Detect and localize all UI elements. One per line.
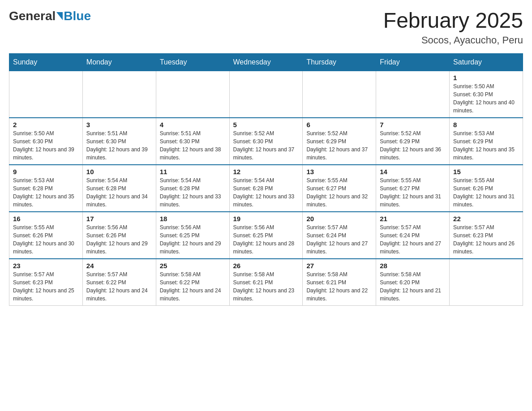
day-info: Sunrise: 5:56 AM Sunset: 6:25 PM Dayligh… [233, 223, 299, 256]
day-number: 11 [160, 168, 226, 176]
location-subtitle: Socos, Ayacucho, Peru [383, 34, 523, 46]
day-number: 13 [306, 168, 372, 176]
table-row: 3Sunrise: 5:51 AM Sunset: 6:30 PM Daylig… [82, 118, 156, 165]
header-tuesday: Tuesday [156, 53, 229, 71]
day-number: 22 [453, 215, 519, 223]
table-row: 9Sunrise: 5:53 AM Sunset: 6:28 PM Daylig… [9, 165, 83, 212]
day-number: 10 [86, 168, 152, 176]
day-number: 4 [160, 121, 226, 128]
table-row: 14Sunrise: 5:55 AM Sunset: 6:27 PM Dayli… [376, 165, 450, 212]
day-info: Sunrise: 5:57 AM Sunset: 6:22 PM Dayligh… [86, 270, 152, 303]
table-row: 4Sunrise: 5:51 AM Sunset: 6:30 PM Daylig… [156, 118, 229, 165]
day-number: 18 [160, 215, 226, 223]
table-row: 16Sunrise: 5:55 AM Sunset: 6:26 PM Dayli… [9, 212, 83, 259]
logo-general-text: General [9, 9, 56, 23]
title-block: February 2025 Socos, Ayacucho, Peru [383, 9, 523, 46]
day-number: 27 [306, 262, 372, 270]
table-row: 1Sunrise: 5:50 AM Sunset: 6:30 PM Daylig… [450, 71, 523, 118]
day-number: 12 [233, 168, 299, 176]
day-info: Sunrise: 5:52 AM Sunset: 6:29 PM Dayligh… [306, 129, 372, 162]
table-row: 27Sunrise: 5:58 AM Sunset: 6:21 PM Dayli… [303, 259, 376, 306]
calendar-week-1: 1Sunrise: 5:50 AM Sunset: 6:30 PM Daylig… [9, 71, 523, 118]
day-info: Sunrise: 5:57 AM Sunset: 6:24 PM Dayligh… [380, 223, 446, 256]
header-friday: Friday [376, 53, 450, 71]
day-info: Sunrise: 5:55 AM Sunset: 6:27 PM Dayligh… [306, 176, 372, 209]
table-row: 19Sunrise: 5:56 AM Sunset: 6:25 PM Dayli… [229, 212, 303, 259]
day-number: 17 [86, 215, 152, 223]
table-row [229, 71, 303, 118]
table-row: 12Sunrise: 5:54 AM Sunset: 6:28 PM Dayli… [229, 165, 303, 212]
table-row: 11Sunrise: 5:54 AM Sunset: 6:28 PM Dayli… [156, 165, 229, 212]
table-row: 7Sunrise: 5:52 AM Sunset: 6:29 PM Daylig… [376, 118, 450, 165]
table-row [376, 71, 450, 118]
table-row [9, 71, 83, 118]
table-row: 17Sunrise: 5:56 AM Sunset: 6:26 PM Dayli… [82, 212, 156, 259]
header-wednesday: Wednesday [229, 53, 303, 71]
table-row: 13Sunrise: 5:55 AM Sunset: 6:27 PM Dayli… [303, 165, 376, 212]
day-info: Sunrise: 5:57 AM Sunset: 6:23 PM Dayligh… [13, 270, 79, 303]
calendar-week-4: 16Sunrise: 5:55 AM Sunset: 6:26 PM Dayli… [9, 212, 523, 259]
day-info: Sunrise: 5:53 AM Sunset: 6:28 PM Dayligh… [13, 176, 79, 209]
day-number: 21 [380, 215, 446, 223]
day-info: Sunrise: 5:53 AM Sunset: 6:29 PM Dayligh… [453, 129, 519, 162]
table-row: 15Sunrise: 5:55 AM Sunset: 6:26 PM Dayli… [450, 165, 523, 212]
calendar-week-2: 2Sunrise: 5:50 AM Sunset: 6:30 PM Daylig… [9, 118, 523, 165]
day-info: Sunrise: 5:58 AM Sunset: 6:22 PM Dayligh… [160, 270, 226, 303]
table-row [450, 259, 523, 306]
month-title: February 2025 [383, 9, 523, 33]
logo-triangle-icon [56, 12, 63, 20]
day-number: 20 [306, 215, 372, 223]
table-row: 8Sunrise: 5:53 AM Sunset: 6:29 PM Daylig… [450, 118, 523, 165]
day-info: Sunrise: 5:52 AM Sunset: 6:29 PM Dayligh… [380, 129, 446, 162]
table-row: 18Sunrise: 5:56 AM Sunset: 6:25 PM Dayli… [156, 212, 229, 259]
day-number: 3 [86, 121, 152, 128]
day-info: Sunrise: 5:57 AM Sunset: 6:23 PM Dayligh… [453, 223, 519, 256]
day-info: Sunrise: 5:55 AM Sunset: 6:26 PM Dayligh… [13, 223, 79, 256]
table-row: 24Sunrise: 5:57 AM Sunset: 6:22 PM Dayli… [82, 259, 156, 306]
day-info: Sunrise: 5:58 AM Sunset: 6:21 PM Dayligh… [306, 270, 372, 303]
calendar-week-5: 23Sunrise: 5:57 AM Sunset: 6:23 PM Dayli… [9, 259, 523, 306]
table-row: 26Sunrise: 5:58 AM Sunset: 6:21 PM Dayli… [229, 259, 303, 306]
day-number: 24 [86, 262, 152, 270]
day-number: 9 [13, 168, 79, 176]
table-row [303, 71, 376, 118]
header-monday: Monday [82, 53, 156, 71]
day-number: 5 [233, 121, 299, 128]
day-number: 1 [453, 74, 519, 81]
day-info: Sunrise: 5:58 AM Sunset: 6:21 PM Dayligh… [233, 270, 299, 303]
day-info: Sunrise: 5:56 AM Sunset: 6:26 PM Dayligh… [86, 223, 152, 256]
day-info: Sunrise: 5:56 AM Sunset: 6:25 PM Dayligh… [160, 223, 226, 256]
day-number: 23 [13, 262, 79, 270]
calendar-week-3: 9Sunrise: 5:53 AM Sunset: 6:28 PM Daylig… [9, 165, 523, 212]
day-info: Sunrise: 5:55 AM Sunset: 6:26 PM Dayligh… [453, 176, 519, 209]
day-info: Sunrise: 5:52 AM Sunset: 6:30 PM Dayligh… [233, 129, 299, 162]
page-header: General Blue February 2025 Socos, Ayacuc… [9, 9, 523, 46]
day-number: 16 [13, 215, 79, 223]
logo-blue-text: Blue [64, 9, 91, 23]
day-number: 26 [233, 262, 299, 270]
day-info: Sunrise: 5:58 AM Sunset: 6:20 PM Dayligh… [380, 270, 446, 303]
header-thursday: Thursday [303, 53, 376, 71]
table-row: 6Sunrise: 5:52 AM Sunset: 6:29 PM Daylig… [303, 118, 376, 165]
day-info: Sunrise: 5:51 AM Sunset: 6:30 PM Dayligh… [86, 129, 152, 162]
day-info: Sunrise: 5:55 AM Sunset: 6:27 PM Dayligh… [380, 176, 446, 209]
day-info: Sunrise: 5:50 AM Sunset: 6:30 PM Dayligh… [453, 82, 519, 115]
day-info: Sunrise: 5:51 AM Sunset: 6:30 PM Dayligh… [160, 129, 226, 162]
day-number: 14 [380, 168, 446, 176]
header-saturday: Saturday [450, 53, 523, 71]
table-row: 23Sunrise: 5:57 AM Sunset: 6:23 PM Dayli… [9, 259, 83, 306]
day-info: Sunrise: 5:57 AM Sunset: 6:24 PM Dayligh… [306, 223, 372, 256]
table-row: 25Sunrise: 5:58 AM Sunset: 6:22 PM Dayli… [156, 259, 229, 306]
table-row: 10Sunrise: 5:54 AM Sunset: 6:28 PM Dayli… [82, 165, 156, 212]
day-number: 6 [306, 121, 372, 128]
table-row [156, 71, 229, 118]
day-number: 15 [453, 168, 519, 176]
day-info: Sunrise: 5:54 AM Sunset: 6:28 PM Dayligh… [233, 176, 299, 209]
day-number: 28 [380, 262, 446, 270]
table-row [82, 71, 156, 118]
table-row: 2Sunrise: 5:50 AM Sunset: 6:30 PM Daylig… [9, 118, 83, 165]
calendar-header-row: Sunday Monday Tuesday Wednesday Thursday… [9, 53, 523, 71]
table-row: 21Sunrise: 5:57 AM Sunset: 6:24 PM Dayli… [376, 212, 450, 259]
day-number: 25 [160, 262, 226, 270]
table-row: 5Sunrise: 5:52 AM Sunset: 6:30 PM Daylig… [229, 118, 303, 165]
